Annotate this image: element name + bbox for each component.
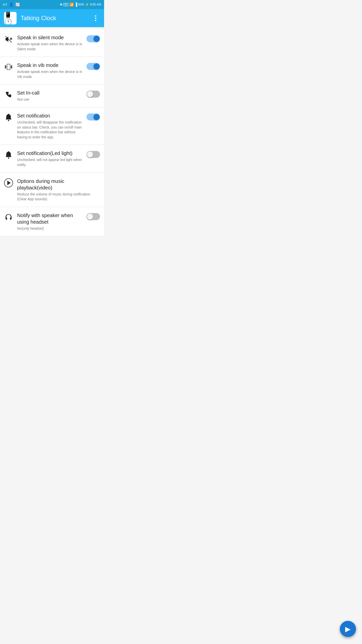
contacts-icon: 👤 (9, 2, 14, 7)
wifi-icon: 📶 (69, 3, 74, 7)
headset-icon (4, 213, 13, 222)
app-bar: 📱🕐 Talking Clock (0, 9, 104, 27)
svg-point-12 (8, 157, 9, 159)
svg-text:...: ... (8, 93, 10, 95)
settings-list: Speak in silent mode Activate speak even… (0, 29, 104, 236)
set-incall-title: Set In-call (17, 90, 82, 96)
notify-headset-toggle[interactable] (86, 213, 100, 220)
notification-icon (4, 113, 13, 122)
setting-set-incall[interactable]: ... Set In-call Not use (0, 85, 104, 107)
svg-rect-13 (8, 151, 9, 152)
incall-icon: ... (4, 90, 13, 99)
speak-silent-title: Speak in silent mode (17, 34, 82, 41)
notification-led-title: Set notification(Led light) (17, 150, 82, 156)
speak-silent-desc: Activate speak even when the device is i… (17, 42, 82, 52)
more-options-button[interactable] (91, 14, 100, 23)
set-incall-desc: Not use (17, 97, 82, 102)
svg-rect-11 (8, 114, 9, 115)
setting-notify-headset[interactable]: Notify with speaker when using headset N… (0, 207, 104, 236)
set-notification-desc: Unchecked, will disappear the notificati… (17, 120, 82, 140)
set-notification-toggle[interactable] (86, 113, 100, 120)
setting-speak-silent[interactable]: Speak in silent mode Activate speak even… (0, 29, 104, 57)
status-left: KT 👤 🔄 (3, 2, 20, 7)
time-text: 9:56 AM (90, 3, 101, 6)
speak-vib-toggle[interactable] (86, 63, 100, 70)
notification-led-icon (4, 150, 13, 159)
speak-silent-toggle[interactable] (86, 35, 100, 42)
notify-headset-title: Notify with speaker when using headset (17, 212, 82, 225)
sync-icon: 🔄 (15, 2, 20, 7)
speak-silent-content: Speak in silent mode Activate speak even… (17, 34, 82, 52)
notify-headset-desc: No(only headset) (17, 226, 82, 231)
notification-led-desc: Unchecked, will not appear led light whe… (17, 157, 82, 167)
bluetooth-icon: ✱ (60, 3, 62, 6)
notification-led-toggle[interactable] (86, 151, 100, 158)
play-icon (4, 178, 13, 187)
vibrate-icon (4, 62, 13, 71)
svg-rect-4 (7, 64, 10, 70)
signal-icon: ▐ (75, 3, 77, 7)
setting-speak-vib[interactable]: Speak in vib mode Activate speak even wh… (0, 57, 104, 85)
music-playback-title: Options during music playback(video) (17, 178, 96, 191)
speak-vib-desc: Activate speak even when the device is i… (17, 69, 82, 79)
setting-set-notification[interactable]: Set notification Unchecked, will disappe… (0, 107, 104, 145)
music-playback-content: Options during music playback(video) Red… (17, 178, 96, 202)
status-bar: KT 👤 🔄 ✱ HD 📶 ▐ 60% ⚡ 9:56 AM (0, 0, 104, 9)
notify-headset-content: Notify with speaker when using headset N… (17, 212, 82, 231)
hd-icon: HD (63, 3, 68, 6)
music-playback-desc: Reduce the volume of music during notifi… (17, 192, 96, 202)
battery-text: 60% (78, 3, 84, 6)
set-notification-title: Set notification (17, 112, 82, 119)
set-incall-content: Set In-call Not use (17, 90, 82, 102)
set-incall-toggle[interactable] (86, 91, 100, 98)
speak-vib-title: Speak in vib mode (17, 62, 82, 68)
app-icon: 📱🕐 (4, 12, 17, 24)
status-right: ✱ HD 📶 ▐ 60% ⚡ 9:56 AM (60, 3, 101, 7)
app-title: Talking Clock (21, 15, 87, 22)
speak-vib-content: Speak in vib mode Activate speak even wh… (17, 62, 82, 79)
svg-point-10 (8, 120, 9, 121)
carrier-text: KT (3, 3, 7, 7)
setting-music-playback[interactable]: Options during music playback(video) Red… (0, 173, 104, 207)
set-notification-content: Set notification Unchecked, will disappe… (17, 112, 82, 140)
silent-icon (4, 35, 13, 44)
notification-led-content: Set notification(Led light) Unchecked, w… (17, 150, 82, 167)
battery-icon: ⚡ (85, 3, 89, 6)
setting-notification-led[interactable]: Set notification(Led light) Unchecked, w… (0, 145, 104, 173)
